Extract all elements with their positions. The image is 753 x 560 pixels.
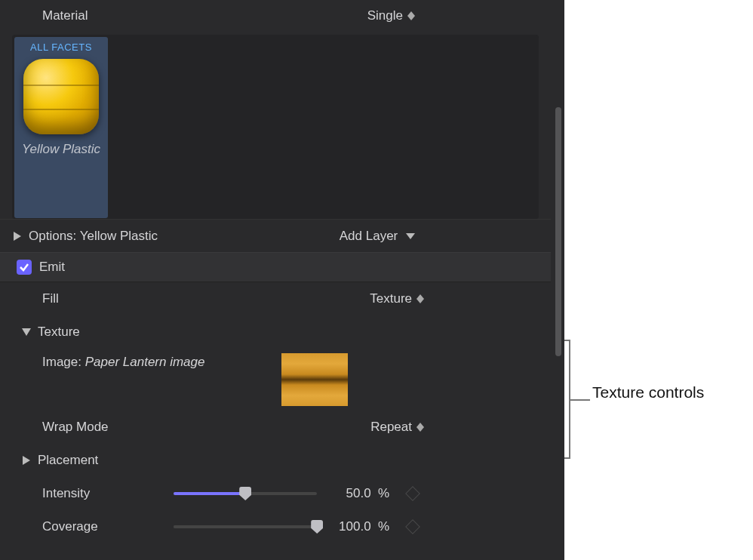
- svg-marker-2: [14, 232, 21, 241]
- fill-label: Fill: [42, 291, 59, 306]
- options-label: Options: Yellow Plastic: [29, 229, 158, 244]
- placement-label: Placement: [38, 453, 98, 468]
- emit-checkbox[interactable]: [17, 260, 32, 275]
- image-label: Image: Paper Lantern image: [42, 355, 204, 370]
- svg-marker-5: [416, 299, 424, 303]
- material-mode-value: Single: [367, 8, 403, 23]
- intensity-value-field[interactable]: 50.0 %: [329, 486, 389, 501]
- inspector-panel: Material Single ALL FACETS Yellow Plasti…: [0, 0, 564, 560]
- chevron-down-icon: [406, 233, 415, 239]
- updown-icon: [416, 294, 424, 303]
- wrap-mode-select[interactable]: Repeat: [281, 420, 551, 435]
- coverage-row: Coverage 100.0 %: [0, 510, 551, 543]
- callout-bracket: [564, 340, 592, 459]
- image-row: Image: Paper Lantern image: [0, 349, 551, 411]
- material-mode-select[interactable]: Single: [277, 8, 542, 23]
- vertical-scrollbar[interactable]: [555, 107, 561, 356]
- svg-marker-1: [407, 16, 415, 20]
- coverage-label: Coverage: [42, 519, 98, 534]
- material-swatch-card[interactable]: ALL FACETS Yellow Plastic: [14, 37, 108, 218]
- updown-icon: [416, 423, 424, 432]
- intensity-row: Intensity 50.0 %: [0, 477, 551, 510]
- updown-icon: [407, 11, 415, 20]
- annotation-label: Texture controls: [592, 383, 704, 402]
- add-layer-menu[interactable]: Add Layer: [340, 229, 415, 244]
- emit-row: Emit: [0, 252, 551, 282]
- material-header-row: Material Single: [0, 0, 551, 32]
- svg-marker-6: [22, 328, 31, 336]
- disclosure-right-icon[interactable]: [12, 232, 23, 241]
- wrap-mode-value: Repeat: [370, 420, 412, 435]
- svg-marker-8: [416, 427, 424, 432]
- disclosure-right-icon[interactable]: [21, 456, 32, 465]
- coverage-value-field[interactable]: 100.0 %: [329, 519, 389, 534]
- texture-disclosure-row[interactable]: Texture: [0, 315, 551, 349]
- fill-select[interactable]: Texture: [281, 291, 551, 306]
- fill-row: Fill Texture: [0, 282, 551, 315]
- material-name: Yellow Plastic: [22, 142, 100, 157]
- wrap-mode-label: Wrap Mode: [42, 420, 109, 435]
- options-row[interactable]: Options: Yellow Plastic Add Layer: [0, 219, 551, 252]
- fill-value: Texture: [370, 291, 412, 306]
- facets-tab[interactable]: ALL FACETS: [30, 42, 92, 53]
- material-label: Material: [12, 8, 277, 23]
- keyframe-icon[interactable]: [405, 486, 420, 501]
- svg-marker-3: [406, 233, 415, 239]
- intensity-slider[interactable]: [174, 485, 317, 503]
- svg-marker-9: [23, 456, 30, 465]
- wrap-mode-row: Wrap Mode Repeat: [0, 411, 551, 444]
- image-name: Paper Lantern image: [85, 355, 205, 369]
- keyframe-icon[interactable]: [405, 519, 420, 534]
- texture-image-well[interactable]: [281, 353, 348, 406]
- texture-label: Texture: [38, 325, 80, 340]
- material-thumbnail[interactable]: [23, 59, 99, 134]
- material-well: ALL FACETS Yellow Plastic: [12, 35, 539, 219]
- intensity-label: Intensity: [42, 486, 90, 501]
- coverage-slider[interactable]: [174, 518, 317, 536]
- disclosure-down-icon[interactable]: [21, 328, 32, 336]
- placement-row[interactable]: Placement: [0, 444, 551, 477]
- emit-label: Emit: [39, 260, 65, 275]
